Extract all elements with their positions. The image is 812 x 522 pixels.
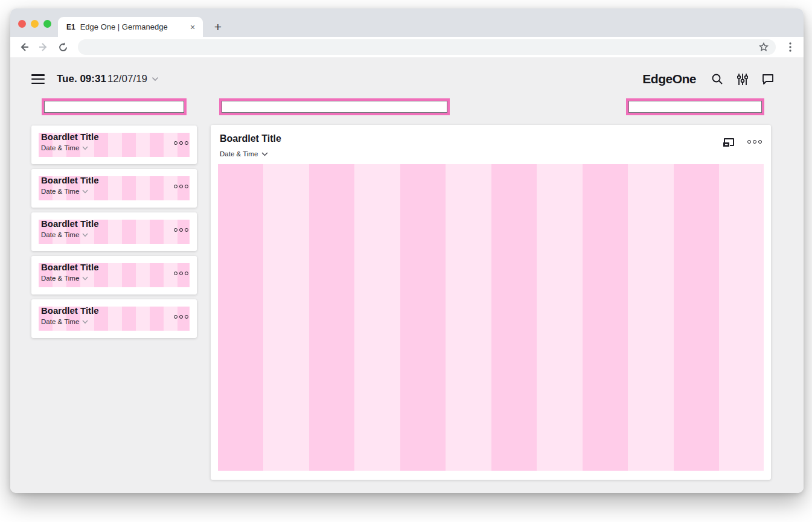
boardlet-subtitle: Date & Time	[41, 275, 79, 282]
browser-toolbar	[10, 37, 804, 57]
arrow-right-icon	[38, 42, 49, 53]
reload-icon	[58, 42, 68, 53]
chevron-down-icon	[261, 152, 268, 156]
maximize-window-button[interactable]	[43, 20, 51, 28]
tab-close-button[interactable]: ×	[187, 22, 198, 33]
boardlet-subtitle: Date & Time	[41, 318, 79, 325]
kebab-icon	[789, 42, 791, 52]
time-label: Tue. 09:31	[57, 73, 106, 85]
star-icon	[759, 42, 769, 52]
more-options-button[interactable]	[174, 315, 188, 319]
ellipsis-icon	[174, 228, 177, 232]
datetime-selector[interactable]: Tue. 09:31 12/07/19	[57, 73, 159, 85]
boardlet-title: Boardlet Title	[41, 132, 99, 142]
placeholder-box-right[interactable]	[626, 98, 764, 115]
boardlet-subtitle: Date & Time	[41, 231, 79, 238]
sliders-icon	[737, 73, 748, 85]
ellipsis-icon	[174, 315, 177, 319]
close-window-button[interactable]	[18, 20, 26, 28]
new-tab-button[interactable]: +	[210, 19, 226, 35]
placeholder-box-middle[interactable]	[219, 98, 450, 115]
browser-tab-bar: E1 Edge One | Germanedge × +	[10, 8, 804, 37]
placeholder-box-middle-field	[222, 101, 447, 113]
boardlet-date-selector[interactable]: Date & Time	[41, 188, 88, 195]
hamburger-menu-button[interactable]	[31, 74, 45, 84]
boardlet-subtitle: Date & Time	[41, 188, 79, 195]
placeholder-box-left[interactable]	[42, 98, 187, 115]
boardlet-card-3[interactable]: Boardlet Title Date & Time	[31, 212, 197, 251]
browser-window: E1 Edge One | Germanedge × +	[10, 8, 804, 493]
boardlet-title: Boardlet Title	[220, 133, 281, 144]
filter-button[interactable]	[736, 72, 749, 86]
reload-button[interactable]	[55, 39, 71, 55]
boardlet-content-placeholder	[218, 164, 764, 471]
back-button[interactable]	[16, 39, 32, 55]
boardlet-date-selector[interactable]: Date & Time	[41, 231, 88, 238]
boardlet-card-1[interactable]: Boardlet Title Date & Time	[31, 126, 197, 164]
picture-in-picture-icon	[723, 137, 735, 147]
placeholder-box-left-field	[44, 101, 184, 113]
chevron-down-icon	[82, 233, 88, 237]
boardlet-title: Boardlet Title	[41, 262, 99, 272]
date-label: 12/07/19	[107, 73, 147, 85]
boardlet-date-selector[interactable]: Date & Time	[220, 150, 268, 158]
ellipsis-icon	[174, 185, 177, 188]
main-boardlet-card[interactable]: Boardlet Title Date & Time	[211, 125, 771, 480]
placeholder-box-right-field	[628, 101, 762, 113]
chevron-down-icon	[82, 189, 88, 194]
bookmark-button[interactable]	[758, 41, 770, 53]
url-bar[interactable]	[78, 39, 776, 55]
chevron-down-icon	[82, 320, 88, 324]
forward-button[interactable]	[36, 39, 51, 55]
more-options-button[interactable]	[174, 272, 188, 275]
boardlet-date-selector[interactable]: Date & Time	[41, 144, 88, 151]
boardlet-card-2[interactable]: Boardlet Title Date & Time	[31, 169, 197, 208]
boardlet-title: Boardlet Title	[41, 218, 99, 229]
ellipsis-icon	[747, 140, 751, 144]
search-button[interactable]	[711, 72, 724, 86]
url-input[interactable]	[84, 43, 758, 52]
chat-bubble-icon	[762, 74, 774, 85]
boardlet-title: Boardlet Title	[41, 305, 99, 316]
tab-favicon: E1	[66, 23, 75, 31]
window-controls	[18, 20, 51, 28]
popout-button[interactable]	[722, 136, 735, 148]
arrow-left-icon	[19, 42, 30, 53]
app-content: Tue. 09:31 12/07/19 EdgeOne	[10, 57, 804, 493]
more-options-button[interactable]	[174, 185, 188, 188]
app-logo: EdgeOne	[642, 72, 696, 86]
chevron-down-icon	[82, 146, 88, 150]
boardlet-subtitle: Date & Time	[41, 144, 79, 151]
app-header: Tue. 09:31 12/07/19 EdgeOne	[31, 67, 775, 91]
boardlet-card-4[interactable]: Boardlet Title Date & Time	[31, 256, 197, 294]
browser-menu-button[interactable]	[783, 40, 798, 54]
ellipsis-icon	[174, 141, 177, 145]
chat-button[interactable]	[761, 72, 775, 86]
boardlet-date-selector[interactable]: Date & Time	[41, 318, 88, 325]
chevron-down-icon	[82, 276, 88, 281]
chevron-down-icon	[152, 77, 159, 81]
boardlet-date-selector[interactable]: Date & Time	[41, 275, 88, 282]
tab-title: Edge One | Germanedge	[80, 22, 182, 31]
browser-tab[interactable]: E1 Edge One | Germanedge ×	[58, 17, 203, 37]
more-options-button[interactable]	[747, 140, 762, 144]
ellipsis-icon	[174, 272, 177, 275]
boardlet-subtitle: Date & Time	[220, 150, 258, 158]
boardlet-title: Boardlet Title	[41, 175, 99, 185]
minimize-window-button[interactable]	[31, 20, 39, 28]
boardlet-card-5[interactable]: Boardlet Title Date & Time	[31, 299, 197, 338]
more-options-button[interactable]	[174, 141, 188, 145]
search-icon	[711, 73, 723, 85]
more-options-button[interactable]	[174, 228, 188, 232]
